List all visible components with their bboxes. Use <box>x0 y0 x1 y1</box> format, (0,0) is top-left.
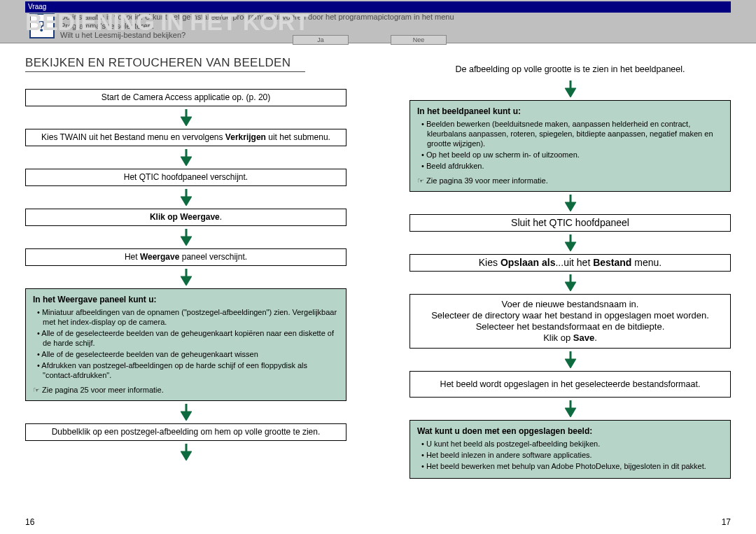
info-panel-footnote: ☞ Zie pagina 39 voor meer informatie. <box>417 176 723 185</box>
left-column: BEKIJKEN EN RETOUCHEREN VAN BEELDEN Star… <box>25 43 346 479</box>
intro-text: De afbeelding op volle grootte is te zie… <box>410 64 731 75</box>
down-arrow-icon <box>181 444 192 461</box>
step-box: Klik op Weergave. <box>25 209 346 226</box>
step-box: Start de Camera Access applicatie op. (p… <box>25 89 346 106</box>
info-panel: Wat kunt u doen met een opgeslagen beeld… <box>410 420 731 479</box>
info-panel-list: Miniatuur afbeeldingen van de opnamen ("… <box>33 307 339 380</box>
no-button: Nee <box>391 35 447 45</box>
down-arrow-icon <box>181 149 192 166</box>
down-arrow-icon <box>565 274 576 291</box>
info-panel-list: Beelden bewerken (beelduitsnede maken, a… <box>417 119 723 171</box>
info-panel-list: U kunt het beeld als postzegel-afbeeldin… <box>417 439 723 471</box>
step-box: Het beeld wordt opgeslagen in het gesele… <box>410 371 731 398</box>
info-panel-footnote: ☞ Zie pagina 25 voor meer informatie. <box>33 386 339 395</box>
section-heading: BEKIJKEN EN RETOUCHEREN VAN BEELDEN <box>25 56 305 72</box>
info-panel-title: In het Weergave paneel kunt u: <box>33 295 339 304</box>
step-box: Voer de nieuwe bestandsnaam in. Selectee… <box>410 294 731 349</box>
yes-button: Ja <box>293 35 349 45</box>
down-arrow-icon <box>565 195 576 211</box>
down-arrow-icon <box>181 229 192 246</box>
down-arrow-icon <box>565 234 576 251</box>
down-arrow-icon <box>181 109 192 126</box>
right-column: De afbeelding op volle grootte is te zie… <box>410 43 731 479</box>
info-panel-title: Wat kunt u doen met een opgeslagen beeld… <box>417 426 723 436</box>
down-arrow-icon <box>565 80 576 97</box>
chapter-title: BEDIENING IN HET KORT <box>25 8 309 36</box>
down-arrow-icon <box>181 269 192 286</box>
step-box: Het QTIC hoofdpaneel verschijnt. <box>25 169 346 186</box>
step-box: Sluit het QTIC hoofdpaneel <box>410 214 731 232</box>
down-arrow-icon <box>181 404 192 421</box>
info-panel: In het Weergave paneel kunt u: Miniatuur… <box>25 288 346 401</box>
page-number-left: 16 <box>25 517 34 527</box>
down-arrow-icon <box>565 351 576 368</box>
page-number-right: 17 <box>722 517 731 527</box>
down-arrow-icon <box>565 400 576 417</box>
step-box: Het Weergave paneel verschijnt. <box>25 248 346 266</box>
step-box: Kies TWAIN uit het Bestand menu en vervo… <box>25 129 346 146</box>
down-arrow-icon <box>181 189 192 206</box>
info-panel: In het beeldpaneel kunt u: Beelden bewer… <box>410 100 731 192</box>
step-box: Dubbelklik op een postzegel-afbeelding o… <box>25 423 346 441</box>
info-panel-title: In het beeldpaneel kunt u: <box>417 106 723 116</box>
step-box: Kies Opslaan als...uit het Bestand menu. <box>410 254 731 272</box>
